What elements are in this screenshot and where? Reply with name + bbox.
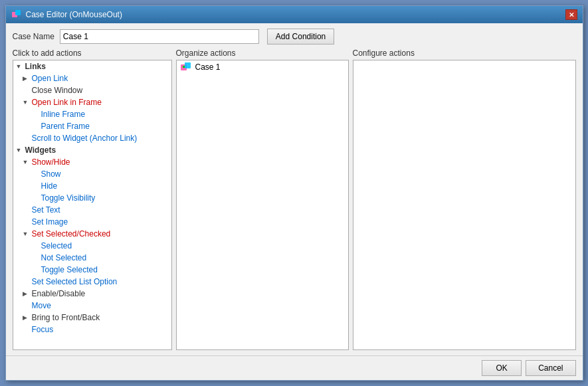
svg-rect-3 bbox=[185, 62, 191, 68]
tree-label-bring-front-back: Bring to Front/Back bbox=[32, 313, 100, 322]
tree-label-set-selected: Set Selected/Checked bbox=[32, 229, 111, 239]
title-bar-left: Case Editor (OnMouseOut) bbox=[11, 9, 122, 20]
tree-arrow-widgets: ▼ bbox=[16, 147, 24, 153]
tree-label-scroll-widget: Scroll to Widget (Anchor Link) bbox=[32, 134, 138, 143]
tree-label-hide: Hide bbox=[41, 181, 58, 191]
tree-label-links: Links bbox=[25, 62, 46, 71]
tree-label-set-text: Set Text bbox=[32, 205, 60, 215]
panels-row: Click to add actions ▼ Links ▶ Open Link… bbox=[13, 48, 576, 350]
tree-arrow-inline-frame bbox=[32, 111, 40, 118]
actions-panel-content: ▼ Links ▶ Open Link Close Window ▼ Open … bbox=[13, 60, 172, 350]
tree-item-inline-frame[interactable]: Inline Frame bbox=[13, 108, 171, 120]
tree-arrow-parent-frame bbox=[32, 123, 40, 130]
tree-arrow-hide bbox=[32, 183, 40, 189]
tree-label-set-image: Set Image bbox=[32, 217, 68, 227]
tree-arrow-scroll-widget bbox=[23, 135, 31, 142]
case-name-label: Case Name bbox=[13, 32, 54, 41]
tree-label-widgets: Widgets bbox=[25, 145, 56, 155]
tree-arrow-focus bbox=[23, 326, 31, 333]
tree-arrow-open-link-frame: ▼ bbox=[23, 99, 31, 106]
tree-arrow-open-link: ▶ bbox=[23, 75, 31, 82]
actions-panel: Click to add actions ▼ Links ▶ Open Link… bbox=[13, 48, 172, 350]
tree-item-toggle-selected[interactable]: Toggle Selected bbox=[13, 264, 171, 276]
tree-label-show-hide: Show/Hide bbox=[32, 157, 70, 167]
tree-item-enable-disable[interactable]: ▶ Enable/Disable bbox=[13, 288, 171, 300]
tree-item-open-link-frame[interactable]: ▼ Open Link in Frame bbox=[13, 96, 171, 108]
tree-item-set-selected-list[interactable]: Set Selected List Option bbox=[13, 276, 171, 288]
organize-item-case1[interactable]: Case 1 bbox=[177, 60, 348, 74]
dialog-title: Case Editor (OnMouseOut) bbox=[26, 10, 122, 19]
tree-item-toggle-vis[interactable]: Toggle Visibility bbox=[13, 192, 171, 204]
tree-label-close-window: Close Window bbox=[32, 86, 83, 95]
organize-item-label: Case 1 bbox=[195, 62, 221, 72]
tree-label-open-link-frame: Open Link in Frame bbox=[32, 98, 102, 107]
organize-panel: Organize actions Case 1 bbox=[176, 48, 349, 350]
dialog-close-button[interactable]: ✕ bbox=[565, 9, 577, 20]
tree-item-open-link[interactable]: ▶ Open Link bbox=[13, 72, 171, 84]
tree-arrow-toggle-vis bbox=[32, 195, 40, 201]
tree-item-set-text[interactable]: Set Text bbox=[13, 204, 171, 216]
tree-arrow-links: ▼ bbox=[16, 63, 24, 70]
case-editor-dialog: Case Editor (OnMouseOut) ✕ Case Name Add… bbox=[5, 5, 583, 381]
tree-arrow-set-selected-list bbox=[23, 278, 31, 285]
cancel-button[interactable]: Cancel bbox=[526, 360, 575, 376]
case-node-icon bbox=[181, 62, 193, 72]
case-name-row: Case Name Add Condition bbox=[13, 29, 576, 45]
tree-arrow-selected bbox=[32, 242, 40, 249]
tree-arrow-set-image bbox=[23, 219, 31, 225]
configure-panel-content bbox=[353, 60, 576, 350]
ok-button[interactable]: OK bbox=[482, 360, 522, 376]
tree-label-selected: Selected bbox=[41, 241, 72, 250]
tree-arrow-show bbox=[32, 171, 40, 177]
tree-item-bring-front-back[interactable]: ▶ Bring to Front/Back bbox=[13, 312, 171, 324]
organize-panel-content: Case 1 bbox=[176, 60, 349, 350]
tree-arrow-bring-front-back: ▶ bbox=[23, 314, 31, 321]
dialog-footer: OK Cancel bbox=[6, 355, 583, 380]
tree-arrow-not-selected bbox=[32, 254, 40, 261]
svg-rect-1 bbox=[15, 10, 21, 15]
tree-arrow-move bbox=[23, 302, 31, 309]
configure-panel: Configure actions bbox=[353, 48, 576, 350]
tree-item-show-hide[interactable]: ▼ Show/Hide bbox=[13, 156, 171, 168]
case-name-input[interactable] bbox=[60, 29, 259, 44]
tree-item-set-image[interactable]: Set Image bbox=[13, 216, 171, 228]
tree-item-scroll-widget[interactable]: Scroll to Widget (Anchor Link) bbox=[13, 132, 171, 144]
tree-item-move[interactable]: Move bbox=[13, 300, 171, 312]
tree-label-focus: Focus bbox=[32, 325, 54, 334]
tree-item-close-window[interactable]: Close Window bbox=[13, 84, 171, 96]
title-bar: Case Editor (OnMouseOut) ✕ bbox=[6, 6, 583, 23]
tree-item-selected[interactable]: Selected bbox=[13, 240, 171, 252]
tree-label-inline-frame: Inline Frame bbox=[41, 110, 86, 119]
tree-label-open-link: Open Link bbox=[32, 74, 68, 83]
tree-arrow-close-window bbox=[23, 87, 31, 94]
tree-item-set-selected[interactable]: ▼ Set Selected/Checked bbox=[13, 228, 171, 240]
tree-item-parent-frame[interactable]: Parent Frame bbox=[13, 120, 171, 132]
tree-arrow-enable-disable: ▶ bbox=[23, 290, 31, 297]
tree-item-show[interactable]: Show bbox=[13, 168, 171, 180]
actions-panel-header: Click to add actions bbox=[13, 48, 172, 58]
tree-label-move: Move bbox=[32, 301, 51, 310]
tree-arrow-show-hide: ▼ bbox=[23, 159, 31, 165]
tree-label-parent-frame: Parent Frame bbox=[41, 122, 90, 131]
tree-item-links[interactable]: ▼ Links bbox=[13, 60, 171, 72]
configure-panel-header: Configure actions bbox=[353, 48, 576, 58]
tree-item-widgets[interactable]: ▼ Widgets bbox=[13, 144, 171, 156]
add-condition-button[interactable]: Add Condition bbox=[267, 29, 334, 45]
tree-label-toggle-vis: Toggle Visibility bbox=[41, 193, 96, 203]
tree-arrow-set-selected: ▼ bbox=[23, 231, 31, 237]
organize-panel-header: Organize actions bbox=[176, 48, 349, 58]
tree-item-hide[interactable]: Hide bbox=[13, 180, 171, 192]
tree-label-show: Show bbox=[41, 169, 61, 179]
dialog-body: Case Name Add Condition Click to add act… bbox=[6, 23, 583, 355]
tree-item-not-selected[interactable]: Not Selected bbox=[13, 252, 171, 264]
svg-rect-4 bbox=[183, 66, 185, 68]
tree-arrow-toggle-selected bbox=[32, 266, 40, 273]
tree-item-focus[interactable]: Focus bbox=[13, 324, 171, 336]
tree-label-not-selected: Not Selected bbox=[41, 253, 87, 262]
tree-label-enable-disable: Enable/Disable bbox=[32, 289, 86, 298]
case-editor-icon bbox=[11, 9, 22, 20]
tree-arrow-set-text bbox=[23, 207, 31, 213]
tree-label-toggle-selected: Toggle Selected bbox=[41, 265, 98, 274]
tree-label-set-selected-list: Set Selected List Option bbox=[32, 277, 118, 286]
